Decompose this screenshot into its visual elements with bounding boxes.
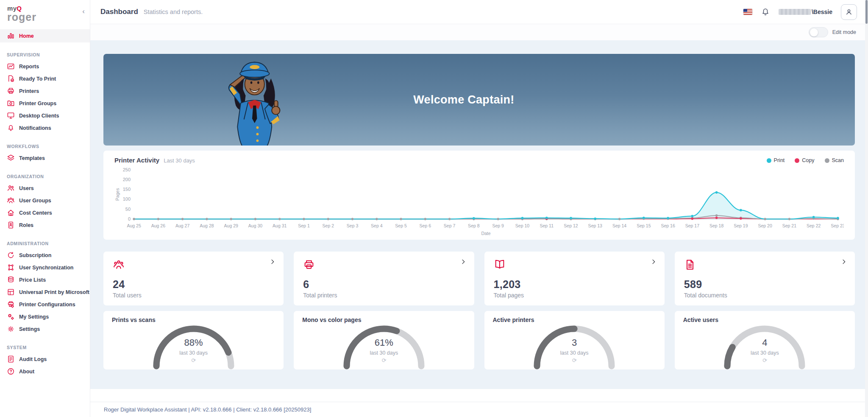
templates-icon xyxy=(7,154,15,162)
refresh-icon[interactable]: ⟳ xyxy=(147,358,240,363)
main-column: Dashboard Statistics and reports. \Bessi… xyxy=(90,0,868,417)
notifications-icon xyxy=(7,124,15,132)
printer-config-icon xyxy=(7,300,15,308)
footer-spacer xyxy=(90,389,868,402)
gauge-value: 88% xyxy=(147,337,240,348)
sidebar-item-printers[interactable]: Printers xyxy=(0,85,90,97)
legend-item-print[interactable]: Print xyxy=(767,157,785,163)
sidebar-item-ready-to-print[interactable]: Ready To Print xyxy=(0,73,90,85)
us-flag-language-icon[interactable] xyxy=(743,9,752,15)
roles-icon xyxy=(7,221,15,229)
sidebar-item-user-synchronization[interactable]: User Synchronization xyxy=(0,261,90,274)
svg-text:50: 50 xyxy=(125,207,131,212)
printers-icon xyxy=(303,265,315,272)
myq-roger-logo: myQ roger xyxy=(0,0,90,22)
scrollbar-thumb[interactable] xyxy=(865,0,868,24)
sidebar-collapse-button[interactable]: ‹ xyxy=(82,8,85,15)
stat-label: Total documents xyxy=(684,292,846,299)
svg-text:Aug 27: Aug 27 xyxy=(175,223,189,228)
sidebar-item-templates[interactable]: Templates xyxy=(0,152,90,164)
svg-text:Sep 16: Sep 16 xyxy=(661,223,675,228)
svg-text:Aug 25: Aug 25 xyxy=(127,223,141,228)
user-name-text: \Bessie xyxy=(812,8,832,15)
stat-card-total-printers[interactable]: 6 Total printers xyxy=(294,252,474,305)
sidebar-section-title: ORGANIZATION xyxy=(7,174,90,179)
chevron-right-icon xyxy=(460,258,467,265)
sidebar-item-printer-groups[interactable]: Printer Groups xyxy=(0,97,90,109)
edit-mode-label: Edit mode xyxy=(832,29,856,35)
svg-text:150: 150 xyxy=(123,187,131,192)
sidebar-item-about[interactable]: About xyxy=(0,365,90,378)
page-subtitle: Statistics and reports. xyxy=(144,8,203,15)
sidebar-item-my-settings[interactable]: My Settings xyxy=(0,311,90,323)
stat-card-total-documents[interactable]: 589 Total documents xyxy=(675,252,855,305)
sidebar-item-printer-configurations[interactable]: Printer Configurations xyxy=(0,298,90,311)
stat-value: 589 xyxy=(684,278,846,291)
refresh-icon[interactable]: ⟳ xyxy=(718,358,811,363)
refresh-icon[interactable]: ⟳ xyxy=(337,358,431,363)
redacted-account-prefix xyxy=(779,9,811,15)
price-lists-icon xyxy=(7,276,15,284)
edit-mode-bar: Edit mode xyxy=(90,24,868,40)
sidebar-section-title: SUPERVISION xyxy=(7,52,90,57)
app-window: myQ roger ‹ HomeSUPERVISION Reports Read… xyxy=(0,0,868,417)
svg-text:Sep 2: Sep 2 xyxy=(323,223,334,228)
svg-text:Aug 31: Aug 31 xyxy=(273,223,287,228)
sidebar-item-user-groups[interactable]: User Groups xyxy=(0,194,90,207)
notifications-bell-icon[interactable] xyxy=(761,7,770,17)
sidebar-item-reports[interactable]: Reports xyxy=(0,60,90,73)
gauge-value: 61% xyxy=(337,337,431,348)
stat-card-total-users[interactable]: 24 Total users xyxy=(103,252,284,305)
printer-activity-card: Printer Activity Last 30 days PrintCopyS… xyxy=(103,151,855,240)
gauge: 3 last 30 days ⟳ xyxy=(528,321,621,367)
signed-in-user: \Bessie xyxy=(779,8,832,15)
svg-text:Sep 6: Sep 6 xyxy=(420,223,431,228)
legend-item-scan[interactable]: Scan xyxy=(825,157,844,163)
sidebar-item-universal-print-by-microsoft[interactable]: Universal Print by Microsoft xyxy=(0,286,90,298)
stat-label: Total users xyxy=(113,292,274,299)
user-avatar-button[interactable] xyxy=(841,4,857,20)
gauge-subtitle: last 30 days xyxy=(528,350,621,356)
legend-item-copy[interactable]: Copy xyxy=(795,157,814,163)
footer-version-text: Roger Digital Workplace Assistant | API:… xyxy=(104,406,311,413)
svg-text:Aug 30: Aug 30 xyxy=(248,223,262,228)
edit-mode-toggle[interactable] xyxy=(809,27,828,37)
svg-text:Sep 19: Sep 19 xyxy=(734,223,748,228)
stat-card-total-pages[interactable]: 1,203 Total pages xyxy=(484,252,665,305)
sidebar-item-users[interactable]: Users xyxy=(0,182,90,194)
svg-text:Sep 13: Sep 13 xyxy=(588,223,602,228)
svg-text:100: 100 xyxy=(123,196,131,202)
sidebar-section-title: WORKFLOWS xyxy=(7,144,90,149)
printer-activity-chart: 250200150100500PagesAug 25Aug 26Aug 27Au… xyxy=(114,165,844,241)
sidebar-item-settings[interactable]: Settings xyxy=(0,323,90,335)
gauge-subtitle: last 30 days xyxy=(718,350,811,356)
svg-text:Sep 9: Sep 9 xyxy=(492,223,504,228)
gauge-value: 4 xyxy=(718,337,811,348)
sidebar-item-audit-logs[interactable]: Audit Logs xyxy=(0,353,90,365)
chevron-right-icon xyxy=(269,258,276,265)
stat-value: 1,203 xyxy=(494,278,655,291)
chart-title: Printer Activity xyxy=(114,157,159,164)
svg-text:Sep 23: Sep 23 xyxy=(831,223,844,228)
gauge-card-mono-vs-color-pages: Mono vs color pages 61% last 30 days ⟳ xyxy=(294,311,474,369)
stat-value: 24 xyxy=(113,278,274,291)
sidebar-item-notifications[interactable]: Notifications xyxy=(0,122,90,134)
my-settings-icon xyxy=(7,313,15,321)
sidebar-item-subscription[interactable]: Subscription xyxy=(0,249,90,261)
sidebar: myQ roger ‹ HomeSUPERVISION Reports Read… xyxy=(0,0,90,417)
page-title: Dashboard xyxy=(100,8,138,16)
sidebar-item-price-lists[interactable]: Price Lists xyxy=(0,274,90,286)
home-icon xyxy=(7,32,15,40)
user-groups-icon xyxy=(7,196,15,204)
svg-text:Sep 14: Sep 14 xyxy=(612,223,626,228)
sidebar-item-roles[interactable]: Roles xyxy=(0,219,90,231)
settings-icon xyxy=(7,325,15,333)
sidebar-item-cost-centers[interactable]: Cost Centers xyxy=(0,207,90,219)
sidebar-item-desktop-clients[interactable]: Desktop Clients xyxy=(0,109,90,122)
top-header: Dashboard Statistics and reports. \Bessi… xyxy=(90,0,868,24)
sidebar-item-home[interactable]: Home xyxy=(0,29,90,42)
svg-text:Sep 12: Sep 12 xyxy=(564,223,578,228)
refresh-icon[interactable]: ⟳ xyxy=(528,358,621,363)
svg-text:Sep 22: Sep 22 xyxy=(807,223,821,228)
stat-value: 6 xyxy=(303,278,465,291)
